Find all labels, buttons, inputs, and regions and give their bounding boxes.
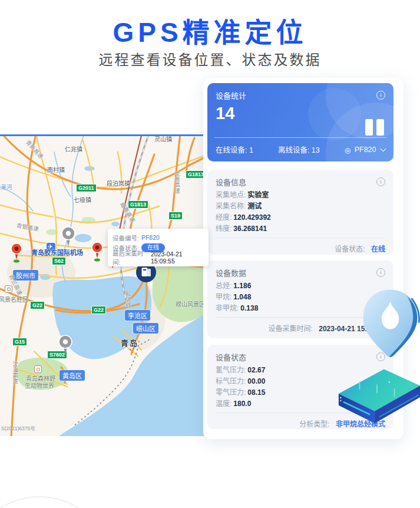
- gray-map-pin[interactable]: [61, 226, 76, 251]
- gray-map-pin[interactable]: [58, 335, 73, 359]
- map-district-label: 崂山区: [133, 323, 158, 334]
- target-icon: [345, 146, 350, 154]
- map-tooltip: 设备编号: PF820 设备状态: 在线 最后采集时间: 2023-04-21 …: [108, 229, 209, 266]
- map-town-label: 仁兆镇: [65, 144, 82, 153]
- decorative-arc: [0, 496, 114, 508]
- city-label: 青岛: [121, 337, 138, 348]
- tooltip-time-label: 最后采集时间:: [113, 249, 148, 266]
- info-row: 经度:120.429392: [216, 214, 385, 222]
- route-badge: G1813: [128, 200, 148, 209]
- map-town-label: 段泊岚镇: [107, 179, 130, 187]
- device-stats-card: 设备统计 14 在线设备: 1 离线设备: 13 PF820: [207, 83, 393, 161]
- info-card-footer: 设备状态: 在线: [216, 243, 385, 253]
- info-row: 采集名称:测试: [216, 203, 385, 210]
- stats-divider: [214, 137, 386, 138]
- tooltip-time-row: 最后采集时间: 2023-04-21 15:09:55: [113, 253, 204, 262]
- map-district-label: 李沧区: [125, 310, 150, 321]
- location-pin-graphic: [361, 282, 420, 370]
- wildlife-poi-icon: [34, 365, 42, 373]
- route-badge: G2011: [76, 184, 97, 192]
- info-row: 纬度:36.268141: [216, 225, 385, 233]
- tooltip-device-no-value: PF820: [141, 234, 160, 241]
- device-selector[interactable]: PF820: [345, 146, 385, 154]
- device-info-card: 设备信息 采集地点:实验室 采集名称:测试 经度:120.429392 纬度:3…: [207, 170, 393, 255]
- info-icon[interactable]: [376, 91, 385, 100]
- data-row: 甲烷:1.048: [216, 293, 385, 301]
- pause-icon[interactable]: [365, 119, 384, 136]
- map[interactable]: 仁兆镇 南村镇 七级镇 段泊岚镇 灵山镇 胶州市 城阳区 李沧区 崂山区 黄岛区…: [0, 134, 209, 436]
- device-3d-graphic: [333, 363, 420, 425]
- road-name: 沈海高速: [11, 361, 19, 384]
- wildlife-label: 生动物世界: [25, 381, 54, 390]
- red-map-pin[interactable]: [9, 243, 24, 264]
- page-subtitle: 远程查看设备位置、状态及数据: [0, 48, 420, 69]
- map-district-label: 黄岛区: [59, 370, 85, 381]
- map-top-edge: [0, 134, 209, 136]
- tooltip-time-value: 2023-04-21 15:09:55: [151, 250, 204, 265]
- status-card-title: 设备状态: [216, 351, 246, 362]
- data-row: 总烃:1.186: [216, 282, 385, 290]
- online-devices: 在线设备: 1: [216, 144, 253, 155]
- info-row: 采集地点:实验室: [216, 192, 385, 199]
- scenic-label: 风景名胜区: [0, 295, 28, 304]
- page-title: GPS精准定位: [0, 11, 420, 50]
- route-badge: G15: [12, 338, 27, 346]
- card-divider: [216, 237, 385, 238]
- map-copyright: S(2021)6375号: [1, 424, 35, 431]
- road-name: 龙青高速: [173, 171, 181, 193]
- data-card-footer: 设备采集时间: 2023-04-21 15:09:55: [216, 323, 385, 333]
- route-badge: G22: [30, 301, 45, 309]
- map-town-label: 南村镇: [47, 165, 65, 174]
- info-card-title: 设备信息: [216, 176, 246, 187]
- tooltip-device-no-label: 设备编号:: [113, 233, 139, 242]
- route-badge: S19: [168, 212, 183, 220]
- map-town-label: 七级镇: [74, 195, 91, 204]
- stats-title: 设备统计: [216, 90, 246, 101]
- river-label: 胶莱河: [0, 183, 12, 191]
- scenic-poi-icon: [5, 285, 12, 293]
- road-name: 胶济线: [124, 291, 132, 308]
- tooltip-device-no-row: 设备编号: PF820: [113, 233, 204, 242]
- device-status-value: 在线: [371, 245, 385, 253]
- route-badge: S62: [52, 257, 66, 265]
- info-icon[interactable]: [376, 177, 385, 186]
- info-icon[interactable]: [376, 268, 385, 277]
- data-card-title: 设备数据: [216, 267, 246, 278]
- chevron-down-icon: [381, 146, 386, 151]
- data-row: 非甲烷:0.138: [216, 305, 385, 312]
- route-badge: G22: [91, 306, 106, 314]
- scenic-label: 崂山风景区: [176, 299, 205, 308]
- offline-devices: 离线设备: 13: [278, 144, 320, 155]
- red-map-pin[interactable]: [90, 242, 105, 263]
- card-divider: [216, 317, 385, 318]
- page-root: GPS精准定位 远程查看设备位置、状态及数据: [0, 0, 420, 508]
